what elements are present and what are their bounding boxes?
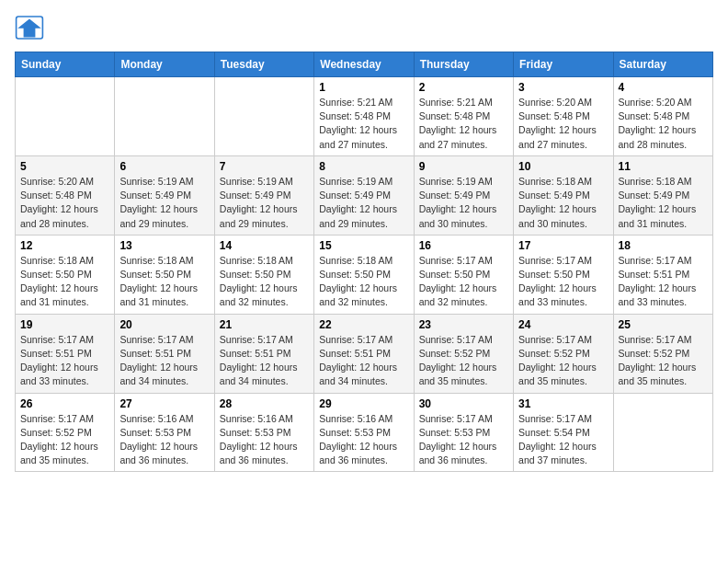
day-info: Sunrise: 5:17 AM Sunset: 5:51 PM Dayligh… — [20, 333, 109, 389]
calendar-cell: 24Sunrise: 5:17 AM Sunset: 5:52 PM Dayli… — [514, 314, 613, 393]
day-info: Sunrise: 5:18 AM Sunset: 5:50 PM Dayligh… — [220, 254, 309, 310]
day-info: Sunrise: 5:16 AM Sunset: 5:53 PM Dayligh… — [119, 412, 209, 468]
calendar-cell: 19Sunrise: 5:17 AM Sunset: 5:51 PM Dayli… — [16, 314, 115, 393]
calendar-cell: 13Sunrise: 5:18 AM Sunset: 5:50 PM Dayli… — [115, 235, 214, 314]
day-number: 9 — [419, 160, 508, 173]
day-number: 1 — [319, 81, 408, 94]
calendar-cell — [613, 393, 712, 472]
day-info: Sunrise: 5:17 AM Sunset: 5:51 PM Dayligh… — [319, 333, 408, 389]
day-number: 3 — [518, 81, 608, 94]
logo-icon — [15, 15, 44, 40]
day-info: Sunrise: 5:17 AM Sunset: 5:54 PM Dayligh… — [518, 412, 608, 468]
calendar-cell: 17Sunrise: 5:17 AM Sunset: 5:50 PM Dayli… — [514, 235, 613, 314]
day-number: 19 — [20, 318, 109, 331]
calendar-cell — [115, 77, 214, 156]
calendar-cell: 29Sunrise: 5:16 AM Sunset: 5:53 PM Dayli… — [314, 393, 414, 472]
day-info: Sunrise: 5:19 AM Sunset: 5:49 PM Dayligh… — [319, 175, 408, 231]
calendar-cell: 6Sunrise: 5:19 AM Sunset: 5:49 PM Daylig… — [115, 155, 214, 235]
day-info: Sunrise: 5:17 AM Sunset: 5:52 PM Dayligh… — [619, 333, 708, 389]
day-number: 15 — [319, 239, 408, 252]
calendar-week-row: 19Sunrise: 5:17 AM Sunset: 5:51 PM Dayli… — [16, 314, 713, 393]
day-number: 16 — [419, 239, 508, 252]
day-info: Sunrise: 5:18 AM Sunset: 5:50 PM Dayligh… — [319, 254, 408, 310]
day-info: Sunrise: 5:17 AM Sunset: 5:51 PM Dayligh… — [220, 333, 309, 389]
day-of-week-header: Monday — [115, 52, 214, 77]
day-info: Sunrise: 5:19 AM Sunset: 5:49 PM Dayligh… — [220, 175, 309, 231]
day-number: 14 — [220, 239, 309, 252]
day-info: Sunrise: 5:17 AM Sunset: 5:53 PM Dayligh… — [419, 412, 508, 468]
day-of-week-header: Wednesday — [314, 52, 414, 77]
day-of-week-header: Sunday — [16, 52, 115, 77]
calendar-cell: 26Sunrise: 5:17 AM Sunset: 5:52 PM Dayli… — [16, 393, 115, 472]
day-info: Sunrise: 5:17 AM Sunset: 5:52 PM Dayligh… — [518, 333, 608, 389]
calendar-week-row: 5Sunrise: 5:20 AM Sunset: 5:48 PM Daylig… — [16, 155, 713, 235]
day-number: 28 — [220, 397, 309, 410]
day-number: 18 — [619, 239, 708, 252]
calendar-cell — [16, 77, 115, 156]
day-info: Sunrise: 5:17 AM Sunset: 5:51 PM Dayligh… — [119, 333, 209, 389]
day-number: 10 — [518, 160, 608, 173]
day-info: Sunrise: 5:17 AM Sunset: 5:50 PM Dayligh… — [518, 254, 608, 310]
day-number: 20 — [119, 318, 209, 331]
calendar-cell: 31Sunrise: 5:17 AM Sunset: 5:54 PM Dayli… — [514, 393, 613, 472]
day-info: Sunrise: 5:21 AM Sunset: 5:48 PM Dayligh… — [319, 96, 408, 152]
calendar-cell: 1Sunrise: 5:21 AM Sunset: 5:48 PM Daylig… — [314, 77, 414, 156]
page-header — [15, 15, 713, 40]
day-number: 23 — [419, 318, 508, 331]
calendar-cell: 2Sunrise: 5:21 AM Sunset: 5:48 PM Daylig… — [414, 77, 513, 156]
day-info: Sunrise: 5:18 AM Sunset: 5:49 PM Dayligh… — [619, 175, 708, 231]
calendar-cell: 27Sunrise: 5:16 AM Sunset: 5:53 PM Dayli… — [115, 393, 214, 472]
day-info: Sunrise: 5:17 AM Sunset: 5:50 PM Dayligh… — [419, 254, 508, 310]
calendar-cell: 16Sunrise: 5:17 AM Sunset: 5:50 PM Dayli… — [414, 235, 513, 314]
calendar-cell: 10Sunrise: 5:18 AM Sunset: 5:49 PM Dayli… — [514, 155, 613, 235]
calendar-table: SundayMondayTuesdayWednesdayThursdayFrid… — [15, 52, 713, 472]
svg-marker-1 — [17, 18, 41, 37]
day-number: 2 — [419, 81, 508, 94]
day-number: 7 — [220, 160, 309, 173]
day-info: Sunrise: 5:18 AM Sunset: 5:50 PM Dayligh… — [119, 254, 209, 310]
day-number: 6 — [119, 160, 209, 173]
calendar-cell: 15Sunrise: 5:18 AM Sunset: 5:50 PM Dayli… — [314, 235, 414, 314]
day-info: Sunrise: 5:17 AM Sunset: 5:52 PM Dayligh… — [419, 333, 508, 389]
calendar-cell: 11Sunrise: 5:18 AM Sunset: 5:49 PM Dayli… — [613, 155, 712, 235]
day-number: 27 — [119, 397, 209, 410]
day-of-week-header: Thursday — [414, 52, 513, 77]
logo — [15, 15, 48, 40]
day-number: 13 — [119, 239, 209, 252]
day-number: 22 — [319, 318, 408, 331]
day-info: Sunrise: 5:19 AM Sunset: 5:49 PM Dayligh… — [119, 175, 209, 231]
calendar-cell — [214, 77, 313, 156]
calendar-cell: 4Sunrise: 5:20 AM Sunset: 5:48 PM Daylig… — [613, 77, 712, 156]
day-info: Sunrise: 5:19 AM Sunset: 5:49 PM Dayligh… — [419, 175, 508, 231]
day-number: 11 — [619, 160, 708, 173]
calendar-cell: 12Sunrise: 5:18 AM Sunset: 5:50 PM Dayli… — [16, 235, 115, 314]
day-number: 31 — [518, 397, 608, 410]
day-info: Sunrise: 5:21 AM Sunset: 5:48 PM Dayligh… — [419, 96, 508, 152]
day-info: Sunrise: 5:20 AM Sunset: 5:48 PM Dayligh… — [518, 96, 608, 152]
calendar-week-row: 12Sunrise: 5:18 AM Sunset: 5:50 PM Dayli… — [16, 235, 713, 314]
day-number: 21 — [220, 318, 309, 331]
calendar-cell: 20Sunrise: 5:17 AM Sunset: 5:51 PM Dayli… — [115, 314, 214, 393]
day-of-week-header: Tuesday — [214, 52, 313, 77]
calendar-cell: 23Sunrise: 5:17 AM Sunset: 5:52 PM Dayli… — [414, 314, 513, 393]
day-number: 17 — [518, 239, 608, 252]
day-number: 24 — [518, 318, 608, 331]
day-info: Sunrise: 5:17 AM Sunset: 5:51 PM Dayligh… — [619, 254, 708, 310]
day-number: 8 — [319, 160, 408, 173]
calendar-cell: 28Sunrise: 5:16 AM Sunset: 5:53 PM Dayli… — [214, 393, 313, 472]
calendar-cell: 9Sunrise: 5:19 AM Sunset: 5:49 PM Daylig… — [414, 155, 513, 235]
day-number: 5 — [20, 160, 109, 173]
calendar-cell: 18Sunrise: 5:17 AM Sunset: 5:51 PM Dayli… — [613, 235, 712, 314]
day-number: 26 — [20, 397, 109, 410]
day-info: Sunrise: 5:20 AM Sunset: 5:48 PM Dayligh… — [20, 175, 109, 231]
day-number: 25 — [619, 318, 708, 331]
calendar-cell: 22Sunrise: 5:17 AM Sunset: 5:51 PM Dayli… — [314, 314, 414, 393]
day-of-week-header: Saturday — [613, 52, 712, 77]
day-info: Sunrise: 5:16 AM Sunset: 5:53 PM Dayligh… — [319, 412, 408, 468]
calendar-week-row: 1Sunrise: 5:21 AM Sunset: 5:48 PM Daylig… — [16, 77, 713, 156]
day-number: 29 — [319, 397, 408, 410]
calendar-cell: 7Sunrise: 5:19 AM Sunset: 5:49 PM Daylig… — [214, 155, 313, 235]
calendar-cell: 21Sunrise: 5:17 AM Sunset: 5:51 PM Dayli… — [214, 314, 313, 393]
calendar-cell: 3Sunrise: 5:20 AM Sunset: 5:48 PM Daylig… — [514, 77, 613, 156]
day-number: 30 — [419, 397, 508, 410]
